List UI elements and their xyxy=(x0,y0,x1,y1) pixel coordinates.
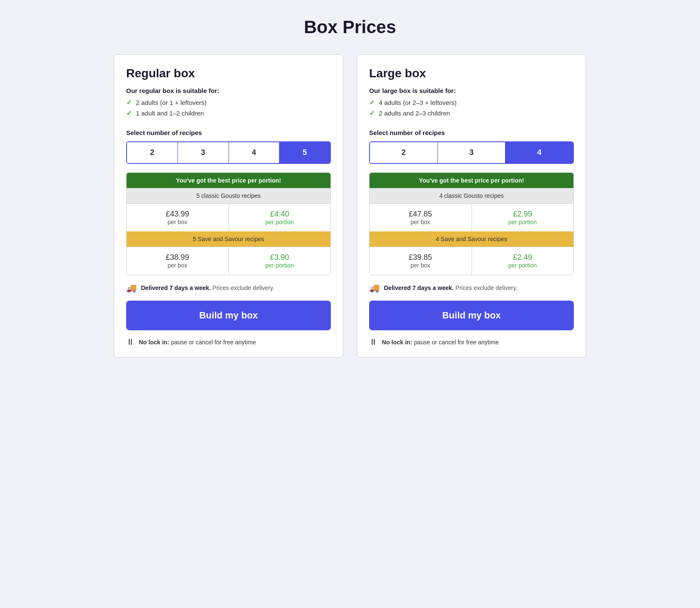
large-classic-price-unit: per box xyxy=(374,219,467,225)
check-icon-3: ✓ xyxy=(369,99,375,107)
regular-classic-label: 5 classic Gousto recipes xyxy=(127,188,330,203)
large-classic-label: 4 classic Gousto recipes xyxy=(370,188,573,203)
large-delivery-row: 🚚 Delivered 7 days a week. Prices exclud… xyxy=(369,283,574,293)
large-build-button[interactable]: Build my box xyxy=(369,301,574,330)
regular-box-title: Regular box xyxy=(126,67,331,80)
regular-nolock-rest: pause or cancel for free anytime xyxy=(171,339,256,346)
regular-savour-box-price: £38.99 per box xyxy=(127,247,229,275)
large-recipe-selector: 2 3 4 xyxy=(369,141,574,164)
regular-classic-price-amount: £43.99 xyxy=(131,210,224,219)
regular-recipes-label: Select number of recipes xyxy=(126,129,331,136)
regular-recipe-2[interactable]: 2 xyxy=(127,142,178,163)
regular-classic-portion-unit: per portion xyxy=(233,219,327,225)
nolock-icon: ⏸ xyxy=(126,337,135,347)
regular-delivery-row: 🚚 Delivered 7 days a week. Prices exclud… xyxy=(126,283,331,293)
large-classic-price-amount: £47.85 xyxy=(374,210,467,219)
large-nolock-bold: No lock in: xyxy=(382,339,412,346)
regular-feature-1: ✓ 2 adults (or 1 + leftovers) xyxy=(126,99,331,107)
regular-savour-price-amount: £38.99 xyxy=(131,253,224,262)
large-recipe-4[interactable]: 4 xyxy=(505,142,573,163)
regular-nolock-bold: No lock in: xyxy=(139,339,169,346)
regular-classic-price-row: £43.99 per box £4.40 per portion xyxy=(127,203,330,231)
check-icon-4: ✓ xyxy=(369,109,375,117)
regular-build-button[interactable]: Build my box xyxy=(126,301,331,330)
large-savour-portion-amount: £2.49 xyxy=(476,253,570,262)
cards-container: Regular box Our regular box is suitable … xyxy=(95,54,605,357)
truck-icon: 🚚 xyxy=(126,283,137,293)
large-savour-portion-price: £2.49 per portion xyxy=(472,247,574,275)
large-best-price-banner: You've got the best price per portion! xyxy=(370,173,573,188)
regular-savour-label: 5 Save and Savour recipes xyxy=(127,231,330,247)
large-classic-price-row: £47.85 per box £2.99 per portion xyxy=(370,203,573,231)
large-features-list: ✓ 4 adults (or 2–3 + leftovers) ✓ 2 adul… xyxy=(369,99,574,120)
regular-recipe-selector: 2 3 4 5 xyxy=(126,141,331,164)
regular-nolock-row: ⏸ No lock in: pause or cancel for free a… xyxy=(126,337,331,347)
large-savour-portion-unit: per portion xyxy=(476,262,570,269)
large-feature-1: ✓ 4 adults (or 2–3 + leftovers) xyxy=(369,99,574,107)
regular-classic-price-unit: per box xyxy=(131,219,224,225)
regular-delivery-bold: Delivered 7 days a week. xyxy=(141,284,211,291)
regular-classic-box-price: £43.99 per box xyxy=(127,204,229,231)
page-title: Box Prices xyxy=(304,17,396,37)
large-classic-box-price: £47.85 per box xyxy=(370,204,472,231)
large-savour-price-unit: per box xyxy=(374,262,467,269)
large-feature-2: ✓ 2 adults and 2–3 children xyxy=(369,109,574,117)
large-recipe-3[interactable]: 3 xyxy=(438,142,506,163)
regular-suitable-label: Our regular box is suitable for: xyxy=(126,87,331,94)
large-delivery-bold: Delivered 7 days a week. xyxy=(384,284,454,291)
regular-delivery-rest: Prices exclude delivery. xyxy=(212,284,274,291)
large-delivery-rest: Prices exclude delivery. xyxy=(455,284,517,291)
regular-recipe-5[interactable]: 5 xyxy=(279,142,330,163)
regular-box-card: Regular box Our regular box is suitable … xyxy=(114,54,343,357)
regular-savour-portion-price: £3.90 per portion xyxy=(229,247,331,275)
check-icon-1: ✓ xyxy=(126,99,132,107)
large-suitable-label: Our large box is suitable for: xyxy=(369,87,574,94)
regular-savour-price-unit: per box xyxy=(131,262,224,269)
regular-savour-price-row: £38.99 per box £3.90 per portion xyxy=(127,247,330,275)
large-classic-portion-unit: per portion xyxy=(476,219,570,225)
large-savour-box-price: £39.85 per box xyxy=(370,247,472,275)
regular-price-table: You've got the best price per portion! 5… xyxy=(126,172,331,275)
large-recipes-label: Select number of recipes xyxy=(369,129,574,136)
large-box-title: Large box xyxy=(369,67,574,80)
regular-classic-portion-amount: £4.40 xyxy=(233,210,327,219)
regular-best-price-banner: You've got the best price per portion! xyxy=(127,173,330,188)
check-icon-2: ✓ xyxy=(126,109,132,117)
regular-recipe-4[interactable]: 4 xyxy=(229,142,280,163)
large-truck-icon: 🚚 xyxy=(369,283,380,293)
large-savour-price-row: £39.85 per box £2.49 per portion xyxy=(370,247,573,275)
regular-recipe-3[interactable]: 3 xyxy=(178,142,229,163)
large-nolock-icon: ⏸ xyxy=(369,337,378,347)
regular-feature-2: ✓ 1 adult and 1–2 children xyxy=(126,109,331,117)
regular-classic-portion-price: £4.40 per portion xyxy=(229,204,331,231)
large-classic-portion-price: £2.99 per portion xyxy=(472,204,574,231)
large-savour-label: 4 Save and Savour recipes xyxy=(370,231,573,247)
regular-savour-portion-unit: per portion xyxy=(233,262,327,269)
large-classic-portion-amount: £2.99 xyxy=(476,210,570,219)
large-nolock-rest: pause or cancel for free anytime xyxy=(414,339,499,346)
regular-savour-portion-amount: £3.90 xyxy=(233,253,327,262)
regular-features-list: ✓ 2 adults (or 1 + leftovers) ✓ 1 adult … xyxy=(126,99,331,120)
large-nolock-row: ⏸ No lock in: pause or cancel for free a… xyxy=(369,337,574,347)
large-savour-price-amount: £39.85 xyxy=(374,253,467,262)
large-price-table: You've got the best price per portion! 4… xyxy=(369,172,574,275)
large-box-card: Large box Our large box is suitable for:… xyxy=(357,54,586,357)
large-recipe-2[interactable]: 2 xyxy=(370,142,438,163)
